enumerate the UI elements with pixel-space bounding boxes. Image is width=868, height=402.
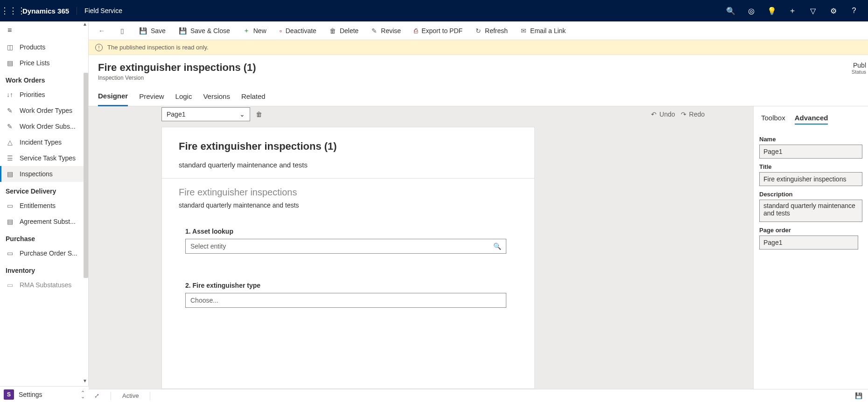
tab-preview[interactable]: Preview bbox=[139, 87, 164, 106]
record-title: Fire extinguisher inspections (1) bbox=[98, 62, 859, 74]
sidebar-item-work-order-types[interactable]: ✎Work Order Types bbox=[0, 103, 88, 118]
sidebar-item-label: Products bbox=[20, 43, 45, 51]
document-icon: ▤ bbox=[6, 218, 14, 225]
designer-canvas[interactable]: Fire extinguisher inspections (1) standa… bbox=[161, 127, 535, 389]
sidebar-item-products[interactable]: ◫ Products bbox=[0, 39, 88, 55]
prop-name-input[interactable]: Page1 bbox=[759, 145, 862, 159]
advanced-tab[interactable]: Advanced bbox=[795, 114, 828, 125]
mail-icon: ✉ bbox=[521, 27, 526, 35]
canvas-description: standard quarterly maintenance and tests bbox=[179, 161, 518, 169]
revise-button[interactable]: ✎Revise bbox=[366, 21, 406, 40]
sort-icon: ↓↑ bbox=[6, 91, 14, 98]
redo-icon: ↷ bbox=[681, 111, 686, 118]
cube-icon: ◫ bbox=[6, 43, 14, 51]
sidebar-item-label: Inspections bbox=[20, 170, 53, 178]
lightbulb-icon[interactable]: 💡 bbox=[762, 7, 782, 15]
redo-button[interactable]: ↷Redo bbox=[681, 111, 705, 118]
prop-desc-input[interactable]: standard quarterly maintenance and tests bbox=[759, 200, 862, 222]
delete-page-icon[interactable]: 🗑 bbox=[256, 111, 262, 118]
sidebar-item-label: Incident Types bbox=[20, 139, 62, 146]
section-description: standard quarterly maintenance and tests bbox=[179, 201, 518, 209]
sidebar-item-priorities[interactable]: ↓↑Priorities bbox=[0, 87, 88, 103]
canvas-title: Fire extinguisher inspections (1) bbox=[179, 140, 518, 152]
filter-icon[interactable]: ▽ bbox=[803, 7, 823, 15]
question-2-label: 2. Fire extinguisher type bbox=[185, 282, 518, 289]
sidebar-group-purchase: Purchase bbox=[0, 229, 88, 245]
tab-related[interactable]: Related bbox=[241, 87, 266, 106]
undo-icon: ↶ bbox=[651, 111, 657, 118]
save-status-icon[interactable]: 💾 bbox=[855, 392, 862, 399]
purchase-icon: ▭ bbox=[6, 250, 14, 257]
sidebar-toggle-icon[interactable]: ≡ bbox=[0, 21, 88, 39]
sidebar-item-work-order-subs[interactable]: ✎Work Order Subs... bbox=[0, 118, 88, 134]
record-subtitle: Inspection Version bbox=[98, 75, 859, 81]
info-icon: ! bbox=[95, 44, 103, 51]
refresh-button[interactable]: ↻Refresh bbox=[470, 21, 513, 40]
sidebar-item-label: Entitlements bbox=[20, 202, 56, 209]
panel-toggle-icon[interactable]: ▯ bbox=[113, 27, 132, 35]
toolbox-tab[interactable]: Toolbox bbox=[761, 114, 785, 125]
fire-extinguisher-type-input[interactable]: Choose... bbox=[185, 293, 506, 308]
scroll-up-icon[interactable]: ▲ bbox=[83, 21, 87, 27]
tab-versions[interactable]: Versions bbox=[203, 87, 230, 106]
prop-pageorder-label: Page order bbox=[759, 227, 862, 234]
section-title: Fire extinguisher inspections bbox=[179, 187, 518, 198]
clipboard-icon: ▤ bbox=[6, 170, 14, 178]
sidebar-item-purchase-order-s[interactable]: ▭Purchase Order S... bbox=[0, 245, 88, 261]
sidebar-item-service-task-types[interactable]: ☰Service Task Types bbox=[0, 150, 88, 166]
sidebar-area-switcher[interactable]: S Settings ⌃⌄ bbox=[0, 386, 89, 402]
sidebar-item-agreement-substatuses[interactable]: ▤Agreement Subst... bbox=[0, 214, 88, 229]
warning-icon: △ bbox=[6, 139, 14, 146]
email-link-button[interactable]: ✉Email a Link bbox=[515, 21, 571, 40]
expand-icon[interactable]: ⤢ bbox=[94, 392, 99, 399]
sidebar-item-inspections[interactable]: ▤Inspections bbox=[0, 166, 88, 182]
search-icon: 🔍 bbox=[493, 243, 501, 250]
status-label: Status bbox=[852, 69, 866, 75]
sidebar-item-incident-types[interactable]: △Incident Types bbox=[0, 134, 88, 150]
deactivate-icon: ▫ bbox=[280, 27, 282, 35]
tab-designer[interactable]: Designer bbox=[98, 87, 128, 106]
warning-text: The published inspection is read only. bbox=[107, 44, 209, 51]
add-icon[interactable]: ＋ bbox=[782, 6, 803, 16]
save-close-button[interactable]: 💾Save & Close bbox=[173, 21, 236, 40]
deactivate-button[interactable]: ▫Deactivate bbox=[274, 21, 322, 40]
tab-logic[interactable]: Logic bbox=[175, 87, 192, 106]
app-launcher-icon[interactable]: ⋮⋮⋮ bbox=[4, 6, 22, 16]
sidebar-item-rma-substatuses[interactable]: ▭RMA Substatuses bbox=[0, 277, 88, 293]
new-button[interactable]: ＋New bbox=[238, 21, 272, 40]
readonly-warning: ! The published inspection is read only. bbox=[89, 40, 868, 55]
sidebar-item-label: Price Lists bbox=[20, 59, 50, 67]
sidebar-item-price-lists[interactable]: ▤ Price Lists bbox=[0, 55, 88, 71]
list-icon: ▤ bbox=[6, 59, 14, 67]
scroll-down-icon[interactable]: ▼ bbox=[83, 378, 87, 383]
delete-button[interactable]: 🗑Delete bbox=[324, 21, 364, 40]
trash-icon: 🗑 bbox=[329, 27, 336, 35]
help-icon[interactable]: ? bbox=[844, 7, 864, 15]
form-icon: ✎ bbox=[6, 123, 14, 130]
sidebar-item-label: Work Order Types bbox=[20, 107, 72, 114]
prop-pageorder-dropdown[interactable]: Page1 bbox=[759, 236, 858, 250]
plus-icon: ＋ bbox=[243, 27, 250, 35]
undo-button[interactable]: ↶Undo bbox=[651, 111, 675, 118]
back-button[interactable]: ← bbox=[92, 27, 111, 35]
prop-title-input[interactable]: Fire extinguisher inspections bbox=[759, 172, 862, 186]
sidebar-scrollbar[interactable] bbox=[84, 73, 88, 278]
page-selector-dropdown[interactable]: Page1 ⌄ bbox=[161, 107, 250, 121]
sidebar-item-entitlements[interactable]: ▭Entitlements bbox=[0, 198, 88, 214]
form-icon: ✎ bbox=[6, 107, 14, 114]
sidebar-group-work-orders: Work Orders bbox=[0, 71, 88, 87]
gear-icon[interactable]: ⚙ bbox=[823, 7, 844, 15]
save-button[interactable]: 💾Save bbox=[133, 21, 171, 40]
pencil-icon: ✎ bbox=[371, 27, 377, 35]
asset-lookup-input[interactable]: Select entity 🔍 bbox=[185, 239, 506, 254]
prop-name-label: Name bbox=[759, 136, 862, 143]
page-selector-value: Page1 bbox=[167, 111, 185, 118]
rma-icon: ▭ bbox=[6, 281, 14, 289]
task-icon[interactable]: ◎ bbox=[741, 7, 762, 15]
export-pdf-button[interactable]: ⎙Export to PDF bbox=[408, 21, 468, 40]
sidebar-item-label: Agreement Subst... bbox=[20, 218, 76, 225]
sidebar-item-label: Purchase Order S... bbox=[20, 250, 77, 257]
record-state: Active bbox=[122, 392, 139, 399]
sidebar-item-label: RMA Substatuses bbox=[20, 281, 71, 289]
search-icon[interactable]: 🔍 bbox=[721, 7, 741, 15]
